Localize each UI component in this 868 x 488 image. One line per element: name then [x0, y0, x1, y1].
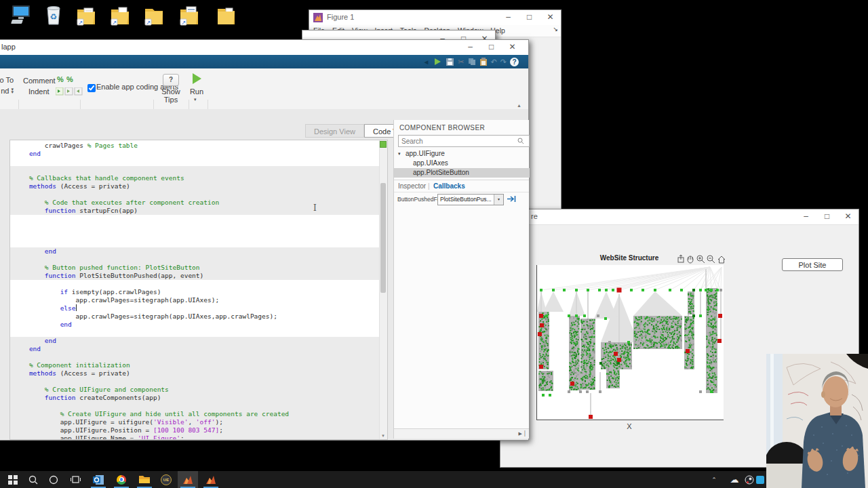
code-line[interactable]: % Callbacks that handle component events — [10, 174, 379, 182]
indent-icons[interactable] — [56, 87, 83, 96]
goto-callback-icon[interactable] — [507, 195, 516, 203]
code-line[interactable]: else — [10, 304, 379, 312]
code-line[interactable] — [10, 402, 379, 410]
coding-alerts-checkbox[interactable] — [87, 84, 96, 92]
scroll-right-icon[interactable]: ▶ — [519, 431, 522, 436]
folder-shortcut-3-icon[interactable]: ↗ — [141, 3, 167, 30]
code-line[interactable] — [10, 215, 379, 223]
folder-shortcut-4-icon[interactable]: ↗ — [176, 3, 202, 30]
qat-undo-icon[interactable]: ↶ — [491, 58, 497, 66]
code-line[interactable] — [10, 329, 379, 337]
run-dropdown-icon[interactable]: ▾ — [194, 97, 197, 102]
qat-save-icon[interactable] — [446, 58, 454, 66]
this-pc-icon[interactable] — [8, 3, 34, 30]
code-line[interactable]: % Create UIFigure and components — [10, 386, 379, 394]
code-line[interactable]: end — [10, 345, 379, 353]
app-designer-minimize-button[interactable]: – — [460, 40, 481, 55]
code-line[interactable] — [10, 239, 379, 247]
zoom-out-icon[interactable] — [707, 256, 715, 263]
pan-icon[interactable] — [688, 256, 693, 263]
cortana-button[interactable] — [43, 471, 64, 488]
qat-redo-icon[interactable]: ↷ — [500, 58, 507, 66]
code-line[interactable]: if isempty(app.crawlPages) — [10, 288, 379, 296]
app-designer-maximize-button[interactable]: □ — [481, 40, 502, 55]
run-icon[interactable] — [193, 73, 201, 84]
folder-shortcut-2-icon[interactable]: ↗ — [107, 3, 133, 30]
tree-item-uifigure[interactable]: ▾app.UIFigure — [394, 149, 530, 159]
ui-figure-close-button[interactable]: ✕ — [837, 209, 859, 224]
code-editor[interactable]: crawlPages % Pages table end % Callbacks… — [9, 140, 388, 440]
code-line[interactable]: app.UIFigure = uifigure('Visible', 'off'… — [10, 418, 379, 426]
code-line[interactable]: function createComponents(app) — [10, 394, 379, 402]
scrollbar-thumb[interactable] — [380, 183, 386, 293]
qat-help-icon[interactable]: ? — [510, 58, 519, 66]
code-line[interactable]: end — [10, 337, 379, 345]
qat-run-icon[interactable] — [433, 57, 442, 66]
scroll-down-icon[interactable]: ▼ — [381, 434, 385, 438]
qat-collapse-icon[interactable]: ◄ — [422, 58, 429, 66]
component-search-input[interactable] — [398, 135, 530, 147]
run-button[interactable]: Run — [187, 87, 206, 96]
code-line[interactable]: % Button pushed function: PlotSiteButton — [10, 264, 379, 272]
folder-shortcut-1-icon[interactable]: ↗ — [73, 3, 99, 30]
plot-site-button[interactable]: Plot Site — [782, 258, 843, 271]
figure1-minimize-button[interactable]: – — [498, 10, 519, 25]
expander-icon[interactable]: ▾ — [398, 149, 401, 159]
code-line[interactable] — [10, 158, 379, 166]
code-line[interactable] — [10, 256, 379, 264]
show-tips-icon[interactable]: ? — [163, 74, 179, 86]
file-explorer-taskbar-button[interactable] — [134, 471, 155, 488]
code-line[interactable]: crawlPages % Pages table — [10, 142, 379, 150]
code-line[interactable]: app.UIFigure.Name = 'UI Figure'; — [10, 434, 379, 440]
code-line[interactable]: end — [10, 150, 379, 158]
outlook-taskbar-button[interactable] — [88, 471, 108, 488]
ui-figure-minimize-button[interactable]: – — [795, 209, 816, 224]
code-line[interactable]: methods (Access = private) — [10, 369, 379, 378]
qat-copy-icon[interactable] — [468, 58, 476, 66]
code-line[interactable] — [10, 223, 379, 231]
qat-cut-icon[interactable]: ✂ — [458, 58, 464, 66]
tab-callbacks[interactable]: Callbacks — [433, 182, 465, 190]
code-line[interactable] — [10, 280, 379, 288]
code-line[interactable] — [10, 378, 379, 386]
code-line[interactable]: % Component initialization — [10, 361, 379, 369]
editor-vertical-scrollbar[interactable]: ▲ ▼ — [379, 140, 387, 439]
code-line[interactable] — [10, 190, 379, 199]
code-line[interactable]: function startupFcn(app) — [10, 207, 379, 215]
uncomment-icon[interactable]: % — [66, 75, 73, 83]
figure1-close-button[interactable]: ✕ — [540, 10, 561, 25]
tray-chevron-icon[interactable]: ⌃ — [704, 471, 724, 488]
qat-paste-icon[interactable] — [479, 58, 488, 66]
code-line[interactable] — [10, 166, 379, 174]
design-view-tab[interactable]: Design View — [305, 124, 364, 138]
matlab-taskbar-button[interactable] — [201, 471, 221, 488]
tree-item-uiaxes[interactable]: app.UIAxes — [394, 159, 530, 168]
matlab-active-taskbar-button[interactable] — [178, 471, 198, 488]
task-view-button[interactable] — [65, 471, 85, 488]
code-line[interactable]: app.crawlPages=sitegraph(app.UIAxes); — [10, 296, 379, 304]
collapse-ribbon-icon[interactable]: ▲ — [517, 103, 521, 108]
find-dropdown[interactable]: nd ▾ — [0, 87, 14, 95]
code-line[interactable]: % Create UIFigure and hide until all com… — [10, 410, 379, 418]
code-line[interactable] — [10, 231, 379, 239]
component-browser-hscrollbar[interactable]: ▶ | — [394, 428, 529, 439]
code-line[interactable]: methods (Access = private) — [10, 182, 379, 190]
code-line[interactable]: end — [10, 321, 379, 329]
app-designer-close-button[interactable]: ✕ — [502, 40, 523, 55]
code-line[interactable]: % Code that executes after component cre… — [10, 199, 379, 207]
combobox-dropdown-icon[interactable]: ▾ — [494, 195, 503, 205]
ui-figure-maximize-button[interactable]: □ — [816, 209, 837, 224]
code-line[interactable] — [10, 353, 379, 361]
callback-combobox[interactable]: PlotSiteButtonPus... ▾ — [437, 194, 504, 205]
code-line[interactable]: function PlotSiteButtonPushed(app, event… — [10, 272, 379, 280]
code-line[interactable]: app.UIFigure.Position = [100 100 803 547… — [10, 426, 379, 434]
home-icon[interactable] — [718, 256, 725, 263]
show-tips-button[interactable]: Show Tips — [155, 87, 187, 104]
export-icon[interactable] — [678, 255, 684, 262]
comment-button[interactable]: Comment — [23, 77, 56, 85]
recycle-bin-icon[interactable]: ♻ — [41, 3, 66, 30]
ultraedit-taskbar-button[interactable]: UE — [156, 471, 176, 488]
tree-item-plotsitebutton[interactable]: app.PlotSiteButton — [394, 168, 530, 178]
dock-figure-icon[interactable]: ↘ — [553, 26, 558, 33]
chrome-taskbar-button[interactable] — [111, 471, 132, 488]
